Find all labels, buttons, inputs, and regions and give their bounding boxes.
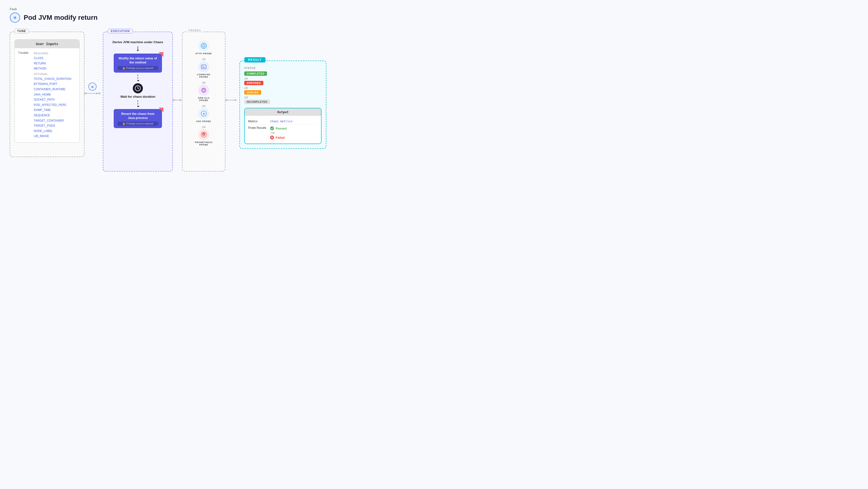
result-section-label: RESULT bbox=[244, 57, 266, 63]
tunable-ramp-time[interactable]: RAMP_TIME bbox=[34, 107, 76, 113]
output-box: Output Metrics chaos metrics Probe Resul… bbox=[244, 108, 321, 144]
execution-step2-priv: Privilege access required bbox=[126, 67, 153, 69]
execution-step2-title: Modify the return value of the method bbox=[118, 57, 158, 65]
tunable-pod-affected-perc[interactable]: POD_AFFECTED_PERC bbox=[34, 102, 76, 108]
warning-corner-2 bbox=[159, 107, 163, 112]
http-probe-icon-circle bbox=[198, 40, 209, 52]
fault-label: Fault bbox=[10, 7, 424, 11]
badge-queued: QUEUED bbox=[244, 90, 261, 95]
failed-result: Failed bbox=[270, 135, 287, 140]
tunable-target-container[interactable]: TARGET_CONTAINER bbox=[34, 118, 76, 124]
exec-dashed-arrow-2 bbox=[137, 100, 138, 107]
execution-section: EXECUTION Derive JVM machine under Chaos… bbox=[103, 32, 173, 171]
status-title: STATUS bbox=[244, 67, 321, 69]
execution-step2-box[interactable]: Modify the return value of the method 🔒 … bbox=[114, 54, 162, 73]
lock-icon-1: 🔒 bbox=[122, 67, 125, 69]
tunable-socket-path[interactable]: SOCKET_PATH bbox=[34, 97, 76, 102]
failed-x-icon bbox=[270, 135, 274, 140]
kubernetes-icon: ⎈ bbox=[10, 12, 20, 23]
metrics-value: chaos metrics bbox=[270, 120, 292, 123]
result-or-probe: OR bbox=[271, 131, 287, 134]
warning-corner-1 bbox=[159, 52, 163, 57]
k8s-probe-label: K8S PROBE bbox=[196, 120, 211, 123]
probe-item-srm[interactable]: SRM SLOPROBE bbox=[187, 85, 221, 102]
svg-text:⎈: ⎈ bbox=[91, 85, 94, 89]
metrics-row: Metrics chaos metrics bbox=[248, 118, 318, 125]
page-title: Pod JVM modify return bbox=[24, 14, 97, 22]
or-4: OR bbox=[187, 126, 221, 129]
svg-text:⎈: ⎈ bbox=[13, 15, 17, 20]
timer-icon bbox=[133, 83, 143, 93]
lock-icon-2: 🔒 bbox=[122, 122, 125, 125]
badge-errored: ERRORED bbox=[244, 81, 264, 85]
tune-section-label: TUNE bbox=[14, 29, 29, 34]
tune-section: TUNE User Inputs Tunable REQUIRED CLASS … bbox=[10, 32, 85, 157]
metrics-label: Metrics bbox=[248, 120, 268, 123]
or-2: OR bbox=[187, 82, 221, 84]
k8s-probe-icon-circle: ⎈ bbox=[198, 108, 209, 119]
badge-completed: COMPLETED bbox=[244, 71, 267, 76]
user-inputs-header: User Inputs bbox=[15, 39, 80, 48]
execution-step1: Derive JVM machine under Chaos bbox=[113, 40, 163, 44]
tunable-class[interactable]: CLASS bbox=[34, 56, 76, 61]
srm-probe-icon-circle bbox=[198, 85, 209, 96]
probe-results-label: Probe Results bbox=[248, 126, 268, 130]
prometheus-probe-icon-circle bbox=[198, 129, 209, 140]
command-probe-icon-circle bbox=[198, 61, 209, 72]
wait-step-text: Wait for chaos duration bbox=[120, 95, 155, 98]
svg-point-7 bbox=[201, 43, 206, 48]
srm-probe-label: SRM SLOPROBE bbox=[198, 97, 210, 102]
execution-step4-title: Revert the chaos from Java process bbox=[118, 112, 158, 120]
optional-label: OPTIONAL bbox=[34, 73, 76, 75]
probe-item-command[interactable]: COMMANDPROBE bbox=[187, 61, 221, 78]
probes-section: PROBES HTTP PROBE OR bbox=[182, 32, 225, 171]
tune-to-execution-k8s-icon: ⎈ bbox=[88, 82, 97, 91]
tunable-method[interactable]: METHOD bbox=[34, 66, 76, 71]
execution-section-label: EXECUTION bbox=[107, 29, 133, 34]
result-section: RESULT STATUS COMPLETED OR ERRORED OR QU… bbox=[240, 61, 327, 149]
result-or-1: OR bbox=[244, 77, 321, 80]
exec-down-arrow-1 bbox=[137, 46, 138, 51]
svg-line-6 bbox=[138, 88, 139, 89]
badge-incompleted: INCOMPLETED bbox=[244, 100, 270, 104]
result-or-3: OR bbox=[244, 96, 321, 99]
command-probe-label: COMMANDPROBE bbox=[197, 73, 211, 78]
tunable-container-runtime[interactable]: CONTAINER_RUNTIME bbox=[34, 87, 76, 92]
probe-item-prometheus[interactable]: PROMETHEUSPROBE bbox=[187, 129, 221, 146]
tunable-byteman-port[interactable]: BYTEMAN_PORT bbox=[34, 82, 76, 87]
probe-item-http[interactable]: HTTP PROBE bbox=[187, 40, 221, 55]
tunable-return[interactable]: RETURN bbox=[34, 61, 76, 66]
passed-result: Passed bbox=[270, 126, 287, 131]
required-label: REQUIRED bbox=[34, 52, 76, 55]
tunable-sequence[interactable]: SEQUENCE bbox=[34, 113, 76, 118]
probe-results-row: Probe Results Passed OR bbox=[248, 125, 318, 141]
tunable-label: Tunable bbox=[18, 51, 31, 55]
tunable-target-pods[interactable]: TARGET_PODS bbox=[34, 123, 76, 129]
execution-step4-box[interactable]: Revert the chaos from Java process 🔒 Pri… bbox=[114, 109, 162, 128]
or-1: OR bbox=[187, 58, 221, 61]
svg-point-18 bbox=[270, 126, 274, 130]
tunable-java-home[interactable]: JAVA_HOME bbox=[34, 92, 76, 97]
prometheus-probe-label: PROMETHEUSPROBE bbox=[195, 141, 213, 146]
output-header: Output bbox=[245, 108, 321, 116]
wait-step: Wait for chaos duration bbox=[120, 83, 155, 98]
probes-section-label: PROBES bbox=[187, 29, 203, 32]
exec-dashed-arrow-1 bbox=[137, 74, 138, 81]
tunable-node-label[interactable]: NODE_LABEL bbox=[34, 129, 76, 134]
passed-check-icon bbox=[270, 126, 274, 131]
tunable-total-chaos-duration[interactable]: TOTAL_CHAOS_DURATION bbox=[34, 76, 76, 82]
svg-point-17 bbox=[203, 134, 204, 135]
execution-step4-priv: Privilege access required bbox=[126, 122, 153, 125]
svg-text:⎈: ⎈ bbox=[203, 112, 205, 116]
http-probe-label: HTTP PROBE bbox=[195, 52, 212, 55]
probe-item-k8s[interactable]: ⎈ K8S PROBE bbox=[187, 108, 221, 123]
result-or-2: OR bbox=[244, 87, 321, 90]
or-3: OR bbox=[187, 105, 221, 107]
tunable-lib-image[interactable]: LIB_IMAGE bbox=[34, 134, 76, 139]
